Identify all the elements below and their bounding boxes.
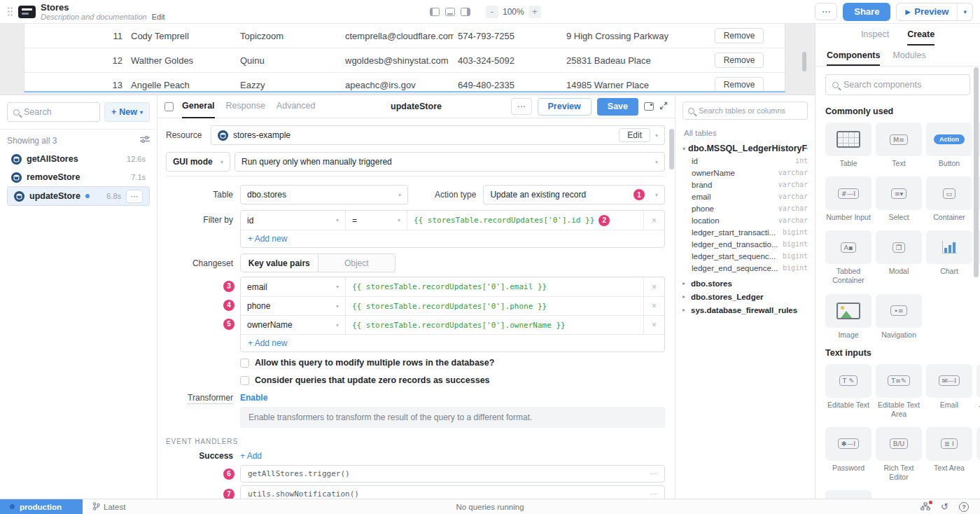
enable-transformer-link[interactable]: Enable	[240, 393, 267, 403]
component-table[interactable]: Table	[825, 123, 872, 168]
changeset-key-select[interactable]: phone▾	[241, 297, 346, 315]
right-panel-scrollbar[interactable]	[974, 67, 979, 277]
schema-column-row[interactable]: ownerNamevarchar	[682, 167, 808, 179]
tab-components[interactable]: Components	[827, 46, 880, 66]
version-selector[interactable]: Latest	[92, 502, 125, 512]
edit-description-link[interactable]: Edit	[152, 13, 165, 21]
new-query-button[interactable]: + New ▾	[104, 102, 150, 122]
handler-menu-icon[interactable]: ⋯	[650, 489, 657, 499]
component-container[interactable]: ▭Container	[926, 176, 972, 222]
component-password[interactable]: ✱—IPassword	[825, 427, 872, 482]
component-navigation[interactable]: •≡Navigation	[876, 294, 922, 340]
table-select[interactable]: dbo.stores ▾	[240, 185, 408, 204]
changeset-key-select[interactable]: ownerName▾	[241, 316, 346, 334]
preview-dropdown-button[interactable]: ▾	[957, 4, 972, 20]
component-select[interactable]: ≡▾Select	[876, 176, 922, 222]
schema-column-row[interactable]: phonevarchar	[682, 202, 808, 214]
stores-table[interactable]: 11Cody TemprellTopiczoomctemprella@cloud…	[24, 24, 785, 92]
resource-edit-button[interactable]: Edit	[619, 128, 650, 142]
action-type-select[interactable]: Update an existing record 1 ▾	[483, 185, 665, 204]
component-url[interactable]: ∞—IURL	[825, 490, 872, 499]
handler-menu-icon[interactable]: ⋯	[650, 469, 657, 478]
query-save-button[interactable]: Save	[597, 98, 638, 116]
expand-editor-icon[interactable]	[659, 102, 668, 112]
add-filter-link[interactable]: + Add new	[248, 234, 287, 244]
component-modal[interactable]: ❐Modal	[876, 230, 922, 285]
schema-column-row[interactable]: ledger_end_sequence...bigint	[682, 262, 808, 274]
zoom-in-button[interactable]: +	[528, 6, 541, 18]
schema-column-row[interactable]: locationvarchar	[682, 214, 808, 226]
query-list-item-getAllStores[interactable]: getAllStores12.6s	[7, 150, 150, 168]
debug-tools-icon[interactable]	[920, 502, 930, 512]
resource-select[interactable]: stores-example Edit ▾	[211, 125, 665, 145]
filter-operator-select[interactable]: = ▾	[346, 211, 407, 230]
toggle-right-panel-icon[interactable]	[461, 8, 470, 16]
component-rich-text-editor[interactable]: B/URich Text Editor	[876, 427, 922, 482]
remove-button[interactable]: Remove	[715, 28, 764, 43]
remove-changeset-button[interactable]: ×	[643, 277, 664, 296]
multiple-rows-checkbox[interactable]	[240, 359, 249, 368]
remove-changeset-button[interactable]: ×	[643, 297, 664, 315]
schema-table-row[interactable]: ▸dbo.stores_Ledger	[682, 290, 808, 303]
filter-field-select[interactable]: id ▾	[241, 211, 346, 230]
drag-handle-icon[interactable]	[7, 6, 13, 17]
schema-column-row[interactable]: ledger_end_transactio...bigint	[682, 238, 808, 250]
event-handler-box[interactable]: getAllStores.trigger()⋯	[240, 465, 665, 482]
app-logo[interactable]	[18, 6, 36, 18]
tab-create[interactable]: Create	[907, 24, 934, 46]
filter-queries-icon[interactable]	[140, 135, 150, 146]
help-icon[interactable]: ?	[959, 502, 969, 512]
component-text[interactable]: M≡Text	[876, 123, 922, 168]
schema-column-row[interactable]: idint	[682, 155, 808, 167]
component-text-area[interactable]: ≣ IText Area	[926, 427, 972, 482]
changeset-value-input[interactable]: {{ storesTable.recordUpdates['0'].phone …	[346, 297, 643, 315]
preview-button[interactable]: ▶ Preview	[897, 4, 957, 20]
tab-inspect[interactable]: Inspect	[861, 24, 889, 46]
components-search-input[interactable]: Search components	[825, 74, 970, 95]
zoom-level[interactable]: 100%	[503, 7, 524, 17]
schema-column-row[interactable]: brandvarchar	[682, 179, 808, 190]
add-success-handler-link[interactable]: + Add	[240, 451, 262, 461]
tab-advanced[interactable]: Advanced	[276, 95, 316, 118]
component-tabbed-container[interactable]: A▪Tabbed Container	[825, 230, 872, 285]
zoom-out-button[interactable]: -	[486, 6, 498, 18]
query-list-item-updateStore[interactable]: updateStore6.8s⋯	[7, 186, 150, 206]
collapse-editor-icon[interactable]	[164, 102, 174, 111]
toggle-left-panel-icon[interactable]	[430, 8, 440, 16]
tab-general[interactable]: General	[182, 95, 215, 118]
run-trigger-select[interactable]: Run query only when manually triggered ▾	[234, 152, 665, 172]
history-icon[interactable]: ↺	[941, 502, 948, 511]
filter-value-input[interactable]: {{ storesTable.recordUpdates['0'].id }} …	[407, 211, 643, 230]
schema-table-row[interactable]: ▸dbo.stores	[682, 277, 808, 290]
schema-column-row[interactable]: ledger_start_sequenc...bigint	[682, 250, 808, 262]
remove-filter-button[interactable]: ×	[643, 211, 664, 230]
schema-table-row[interactable]: ▸sys.database_firewall_rules	[682, 303, 808, 317]
query-preview-button[interactable]: Preview	[538, 98, 592, 116]
remove-button[interactable]: Remove	[715, 53, 764, 68]
add-changeset-link[interactable]: + Add new	[248, 338, 287, 348]
component-text-input[interactable]: T—IText Input	[976, 427, 980, 482]
component-editable-text-area[interactable]: T≡✎Editable Text Area	[876, 364, 922, 419]
query-item-menu-button[interactable]: ⋯	[126, 190, 143, 203]
toggle-schema-panel-icon[interactable]	[644, 102, 654, 111]
query-list-item-removeStore[interactable]: removeStore7.1s	[7, 168, 150, 186]
toggle-bottom-panel-icon[interactable]	[445, 8, 455, 16]
schema-search-input[interactable]: Search tables or columns	[682, 102, 808, 120]
component-number-input[interactable]: #—INumber Input	[825, 176, 872, 222]
toggle-key-value-pairs[interactable]: Key value pairs	[241, 254, 318, 272]
component-editable-text[interactable]: T ✎Editable Text	[825, 364, 872, 419]
remove-button[interactable]: Remove	[715, 77, 764, 92]
share-button[interactable]: Share	[843, 3, 890, 21]
component-button[interactable]: ActionButton	[926, 123, 972, 168]
changeset-value-input[interactable]: {{ storesTable.recordUpdates['0'].ownerN…	[346, 316, 643, 334]
environment-selector[interactable]: production	[0, 499, 83, 514]
schema-table-expanded[interactable]: ▾ dbo.MSSQL_LedgerHistoryFor_1525...	[682, 142, 808, 155]
editor-scrollbar[interactable]	[669, 129, 674, 169]
component-email[interactable]: ✉—IEmail	[926, 364, 972, 419]
query-search-input[interactable]: Search	[7, 102, 100, 122]
tab-response[interactable]: Response	[226, 95, 265, 118]
changeset-value-input[interactable]: {{ storesTable.recordUpdates['0'].email …	[346, 277, 643, 296]
event-handler-box[interactable]: utils.showNotification()⋯	[240, 485, 665, 499]
tab-modules[interactable]: Modules	[892, 46, 925, 66]
changeset-key-select[interactable]: email▾	[241, 277, 346, 296]
